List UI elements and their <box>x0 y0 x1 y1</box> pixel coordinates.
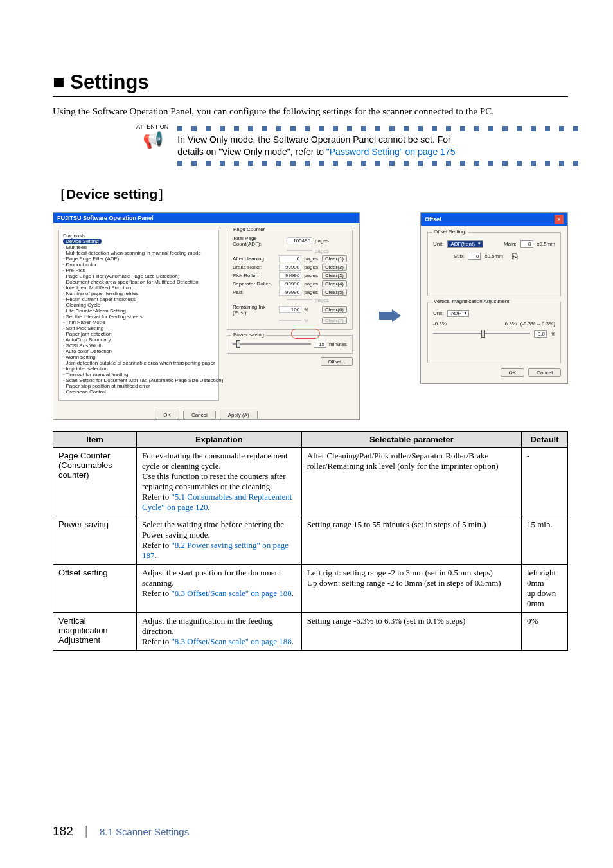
tree-item[interactable]: · Jam detection outside of scannable are… <box>63 360 215 366</box>
page-number: 182 <box>53 824 73 838</box>
tree-device-setting[interactable]: Device Setting <box>63 239 102 244</box>
sub-unit: x0.5mm <box>484 253 502 259</box>
counter-row: %Clear(7) <box>233 317 347 324</box>
tree-item[interactable]: · AutoCrop Boundary <box>63 337 215 343</box>
tree-item[interactable]: · Paper jam detection <box>63 331 215 337</box>
unit-label: Unit: <box>433 241 443 247</box>
range-left: -6.3% <box>433 321 447 327</box>
apply-button[interactable]: Apply (A) <box>220 411 258 419</box>
attention-line2: details on "View Only mode", refer to <box>177 147 326 157</box>
ok-button[interactable]: OK <box>155 411 179 419</box>
xref-link[interactable]: "8.3 Offset/Scan scale" on page 188 <box>171 637 291 646</box>
tree-item[interactable]: · Auto color Detection <box>63 348 215 354</box>
tree-item[interactable]: · Page Edge Filler (Automatic Page Size … <box>63 273 215 279</box>
main-label: Main: <box>504 241 517 247</box>
counter-row: Pick Roller:99990pagesClear(3) <box>233 272 347 279</box>
cell-exp: Adjust the magnification in the feeding … <box>137 612 302 650</box>
tree-item[interactable]: · Pre-Pick <box>63 267 215 273</box>
table-row: Power savingSelect the waiting time befo… <box>53 516 568 564</box>
th-sel: Selectable parameter <box>301 431 521 447</box>
footer-divider: | <box>85 824 88 838</box>
tree-item[interactable]: · Page Edge Filler (ADF) <box>63 256 215 262</box>
offset-cancel-button[interactable]: Cancel <box>528 368 561 377</box>
sop-window: FUJITSU Software Operation Panel Diagnos… <box>53 212 360 420</box>
table-row: Vertical magnification AdjustmentAdjust … <box>53 612 568 650</box>
xref-link[interactable]: "8.2 Power saving setting" on page 187 <box>142 540 289 560</box>
tree-item[interactable]: · Document check area specification for … <box>63 279 215 285</box>
cell-def: left right 0mmup down 0mm <box>522 564 568 612</box>
tree-item[interactable]: · Scan Setting for Document with Tab (Au… <box>63 377 215 383</box>
tree-item[interactable]: · Thin Paper Mode <box>63 320 215 325</box>
tree-item[interactable]: · Dropout color <box>63 262 215 267</box>
table-row: Offset settingAdjust the start position … <box>53 564 568 612</box>
clear-button[interactable]: Clear(5) <box>322 289 347 296</box>
tree-item[interactable]: · Intelligent Multifeed Function <box>63 285 215 291</box>
cell-item: Page Counter (Consumables counter) <box>53 447 137 516</box>
offset-ok-button[interactable]: OK <box>501 368 525 377</box>
vmag-value: 0.0 <box>534 330 547 338</box>
sub-value[interactable]: 0 <box>468 253 481 260</box>
tree-item[interactable]: · Set the interval for feeding sheets <box>63 314 215 320</box>
clear-button[interactable]: Clear(1) <box>322 255 347 262</box>
tree-item[interactable]: · Imprinter selection <box>63 366 215 372</box>
tree-item[interactable]: · Multifeed <box>63 244 215 250</box>
tree-item[interactable]: · Cleaning Cycle <box>63 302 215 308</box>
page-counter-group: Page Counter Total Page Count(ADF):10549… <box>227 230 353 330</box>
clear-button[interactable]: Clear(2) <box>322 264 347 271</box>
tree-item[interactable]: · Soft Pick Setting <box>63 325 215 331</box>
counter-row: Separator Roller:99990pagesClear(4) <box>233 280 347 287</box>
attention-link[interactable]: "Password Setting" on page 175 <box>326 147 456 157</box>
cell-def: 15 min. <box>522 516 568 564</box>
offset-title: Offset <box>425 216 441 222</box>
tree-item[interactable]: · Paper stop position at multifeed error <box>63 383 215 389</box>
tree-item[interactable]: · Timeout for manual feeding <box>63 372 215 377</box>
power-slider[interactable] <box>233 343 311 345</box>
clear-button[interactable]: Clear(3) <box>322 272 347 279</box>
sop-right: Page Counter Total Page Count(ADF):10549… <box>224 223 359 407</box>
counter-row: Pad:99990pagesClear(5) <box>233 289 347 296</box>
tree-item[interactable]: · Overscan Control <box>63 389 215 395</box>
heading-rule <box>53 96 568 97</box>
svg-marker-0 <box>379 309 401 322</box>
cell-item: Vertical magnification Adjustment <box>53 612 137 650</box>
xref-link[interactable]: "5.1 Consumables and Replacement Cycle" … <box>142 492 292 512</box>
main-value[interactable]: 0 <box>520 240 533 248</box>
cancel-button[interactable]: Cancel <box>183 411 216 419</box>
unit2-select[interactable]: ADF <box>447 310 469 317</box>
tree-item[interactable]: · Alarm setting <box>63 354 215 360</box>
cell-sel: Left right: setting range -2 to 3mm (set… <box>301 564 521 612</box>
close-icon[interactable]: × <box>555 215 564 224</box>
tree-item[interactable]: · Multifeed detection when scanning in m… <box>63 250 215 256</box>
th-def: Default <box>522 431 568 447</box>
counter-row: Remaining Ink (Post):100%Clear(6) <box>233 304 347 316</box>
xref-link[interactable]: "8.3 Offset/Scan scale" on page 188 <box>171 588 291 598</box>
tree-item[interactable]: · Number of paper feeding retries <box>63 291 215 296</box>
attention-block: ATTENTION 📢 In View Only mode, the Softw… <box>53 123 568 168</box>
cell-sel: Setting range 15 to 55 minutes (set in s… <box>301 516 521 564</box>
cell-def: 0% <box>522 612 568 650</box>
tree-diagnosis[interactable]: Diagnosis <box>63 233 215 239</box>
counter-row: Total Page Count(ADF):105490pages <box>233 235 347 247</box>
tree-item[interactable]: · Retain current paper thickness <box>63 296 215 302</box>
clear-button[interactable]: Clear(4) <box>322 280 347 287</box>
power-value: 15 <box>314 341 326 348</box>
attention-label: ATTENTION <box>136 123 168 130</box>
offset-titlebar: Offset × <box>421 213 567 226</box>
power-saving-title: Power saving <box>231 332 266 338</box>
vmag-slider[interactable] <box>433 333 530 334</box>
tree-item[interactable]: · SCSI Bus Width <box>63 343 215 348</box>
offset-window: Offset × Offset Setting: Unit: ADF(front… <box>420 212 568 384</box>
cell-exp: Adjust the start position for the docume… <box>137 564 302 612</box>
offset-setting-group: Offset Setting: Unit: ADF(front) Main: 0… <box>427 232 561 296</box>
cell-exp: Select the waiting time before entering … <box>137 516 302 564</box>
counter-row: pages <box>233 248 347 254</box>
tree-item[interactable]: · Life Counter Alarm Setting <box>63 308 215 314</box>
power-saving-group: Power saving 15 minutes <box>227 335 353 354</box>
counter-row: After cleaning:0pagesClear(1) <box>233 255 347 262</box>
th-item: Item <box>53 431 137 447</box>
clear-button[interactable]: Clear(6) <box>322 306 347 313</box>
unit-select[interactable]: ADF(front) <box>447 240 483 248</box>
offset-button[interactable]: Offset... <box>321 357 353 366</box>
sop-tree[interactable]: Diagnosis Device Setting · Multifeed· Mu… <box>58 230 219 401</box>
page-counter-title: Page Counter <box>231 226 267 232</box>
